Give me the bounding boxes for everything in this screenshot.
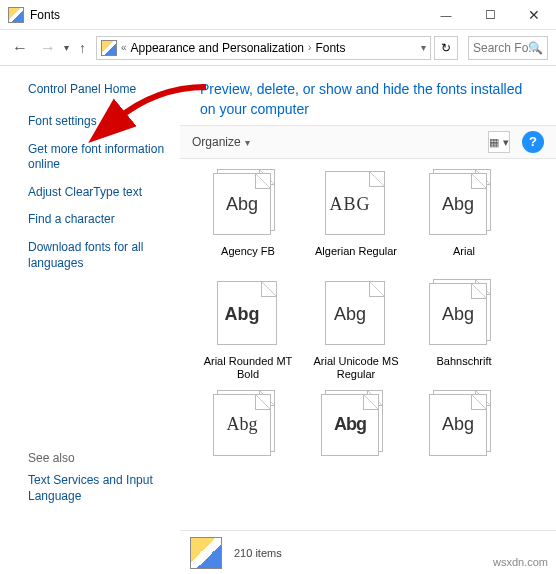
font-sample: Abg	[429, 394, 487, 456]
sidebar-link-text-services[interactable]: Text Services and Input Language	[28, 473, 170, 504]
font-name-label	[194, 466, 302, 492]
font-sample: Abg	[321, 394, 379, 456]
sidebar: Control Panel Home Font settings Get mor…	[0, 66, 180, 550]
font-sample: ABG	[321, 173, 379, 235]
organize-bar: Organize ▾ ▦ ▾ ?	[180, 125, 556, 159]
sidebar-link-get-more-info[interactable]: Get more font information online	[28, 142, 170, 173]
page-heading: Preview, delete, or show and hide the fo…	[180, 66, 556, 125]
close-button[interactable]: ✕	[512, 1, 556, 29]
help-button[interactable]: ?	[522, 131, 544, 153]
font-item[interactable]: AbgArial Unicode MS Regular	[302, 279, 410, 381]
address-bar[interactable]: « Appearance and Personalization › Fonts…	[96, 36, 431, 60]
see-also-header: See also	[28, 451, 170, 465]
organize-button[interactable]: Organize ▾	[192, 135, 250, 149]
font-name-label	[302, 466, 410, 492]
font-name-label: Algerian Regular	[302, 245, 410, 271]
font-sample: Abg	[213, 173, 271, 235]
watermark: wsxdn.com	[493, 556, 548, 568]
font-sample: Abg	[213, 283, 271, 345]
font-name-label: Agency FB	[194, 245, 302, 271]
sidebar-link-download-fonts[interactable]: Download fonts for all languages	[28, 240, 170, 271]
breadcrumb-parent[interactable]: Appearance and Personalization	[131, 41, 304, 55]
font-item[interactable]: AbgAgency FB	[194, 169, 302, 271]
address-dropdown[interactable]: ▾	[421, 42, 426, 53]
history-dropdown[interactable]: ▾	[64, 42, 69, 53]
font-sample: Abg	[321, 283, 379, 345]
search-icon: 🔍	[528, 41, 543, 55]
status-count: 210 items	[234, 547, 282, 559]
organize-label: Organize	[192, 135, 241, 149]
chevron-left-icon: «	[121, 42, 127, 53]
breadcrumb-current[interactable]: Fonts	[315, 41, 345, 55]
font-item[interactable]: AbgArial Rounded MT Bold	[194, 279, 302, 381]
font-name-label	[410, 466, 518, 492]
minimize-button[interactable]: —	[424, 1, 468, 29]
font-item[interactable]: Abg	[194, 390, 302, 492]
font-item[interactable]: Abg	[302, 390, 410, 492]
app-icon	[8, 7, 24, 23]
view-options-button[interactable]: ▦ ▾	[488, 131, 510, 153]
nav-toolbar: ← → ▾ ↑ « Appearance and Personalization…	[0, 30, 556, 66]
back-button[interactable]: ←	[8, 36, 32, 60]
maximize-button[interactable]: ☐	[468, 1, 512, 29]
up-button[interactable]: ↑	[79, 40, 86, 56]
content-pane: Preview, delete, or show and hide the fo…	[180, 66, 556, 550]
search-input[interactable]: Search Fo... 🔍	[468, 36, 548, 60]
font-sample: Abg	[213, 394, 271, 456]
font-name-label: Bahnschrift	[410, 355, 518, 381]
status-folder-icon	[190, 537, 222, 569]
font-item[interactable]: AbgArial	[410, 169, 518, 271]
title-bar: Fonts — ☐ ✕	[0, 0, 556, 30]
font-sample: Abg	[429, 283, 487, 345]
font-item[interactable]: ABGAlgerian Regular	[302, 169, 410, 271]
font-item[interactable]: AbgBahnschrift	[410, 279, 518, 381]
control-panel-home-link[interactable]: Control Panel Home	[28, 82, 170, 96]
font-sample: Abg	[429, 173, 487, 235]
font-name-label: Arial	[410, 245, 518, 271]
location-icon	[101, 40, 117, 56]
font-item[interactable]: Abg	[410, 390, 518, 492]
chevron-right-icon: ›	[308, 42, 311, 53]
sidebar-link-cleartype[interactable]: Adjust ClearType text	[28, 185, 170, 201]
refresh-button[interactable]: ↻	[434, 36, 458, 60]
font-grid: AbgAgency FBABGAlgerian RegularAbgArialA…	[180, 159, 556, 550]
forward-button[interactable]: →	[36, 36, 60, 60]
sidebar-link-font-settings[interactable]: Font settings	[28, 114, 170, 130]
window-title: Fonts	[30, 8, 424, 22]
font-name-label: Arial Rounded MT Bold	[194, 355, 302, 381]
font-name-label: Arial Unicode MS Regular	[302, 355, 410, 381]
chevron-down-icon: ▾	[245, 137, 250, 148]
sidebar-link-find-character[interactable]: Find a character	[28, 212, 170, 228]
